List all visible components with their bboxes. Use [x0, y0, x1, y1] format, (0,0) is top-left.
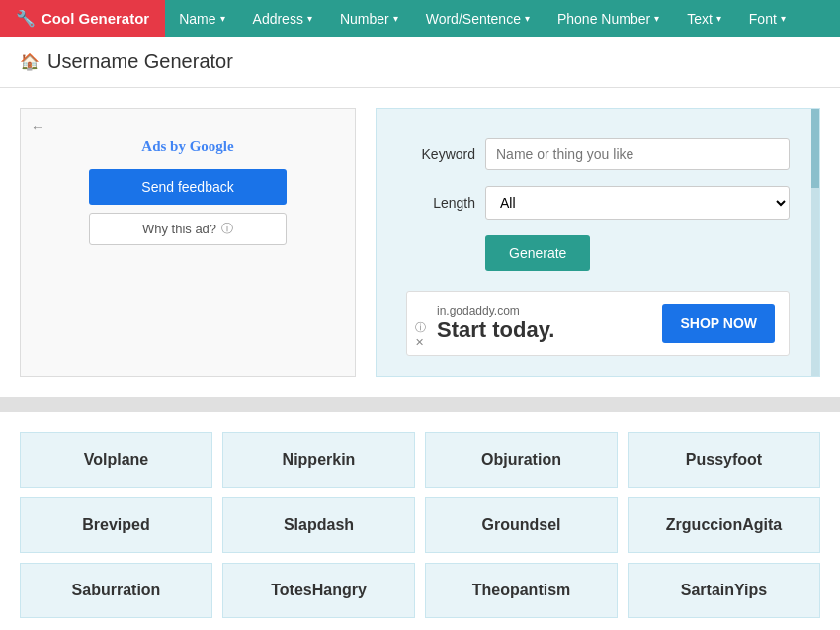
- result-item[interactable]: SartainYips: [628, 563, 820, 618]
- info-icon: ⓘ: [221, 221, 233, 237]
- nav-item-phone-number[interactable]: Phone Number ▾: [544, 0, 673, 37]
- keyword-input[interactable]: [485, 138, 790, 170]
- why-this-ad-label: Why this ad?: [142, 222, 216, 236]
- results-section: VolplaneNipperkinObjurationPussyfootBrev…: [0, 412, 840, 630]
- chevron-down-icon: ▾: [220, 13, 225, 24]
- result-item[interactable]: Volplane: [20, 432, 212, 488]
- chevron-down-icon: ▾: [716, 13, 721, 24]
- ad-info-icon[interactable]: ⓘ: [415, 321, 426, 334]
- why-this-ad-button[interactable]: Why this ad? ⓘ: [89, 213, 287, 245]
- nav-text-label: Text: [687, 11, 713, 27]
- ad-close-icon[interactable]: ✕: [415, 336, 426, 349]
- result-item[interactable]: Objuration: [425, 432, 618, 488]
- brand-label: Cool Generator: [42, 10, 149, 27]
- results-grid: VolplaneNipperkinObjurationPussyfootBrev…: [20, 432, 820, 618]
- google-text: Google: [190, 138, 234, 154]
- back-arrow[interactable]: ←: [31, 119, 44, 135]
- chevron-down-icon: ▾: [307, 13, 312, 24]
- result-item[interactable]: Breviped: [20, 497, 212, 553]
- length-row: Length All Short Medium Long: [406, 186, 790, 220]
- chevron-down-icon: ▾: [781, 13, 786, 24]
- ad-widget: ⓘ ✕ in.godaddy.com Start today. SHOP NOW: [406, 291, 790, 356]
- nav-item-text[interactable]: Text ▾: [673, 0, 735, 37]
- result-item[interactable]: ZrguccionAgita: [628, 497, 820, 553]
- wrench-icon: 🔧: [16, 9, 36, 28]
- nav-font-label: Font: [749, 11, 777, 27]
- nav-item-number[interactable]: Number ▾: [326, 0, 412, 37]
- length-select[interactable]: All Short Medium Long: [485, 186, 790, 220]
- ad-domain: in.godaddy.com: [437, 304, 554, 317]
- chevron-down-icon: ▾: [393, 13, 398, 24]
- ad-widget-text: in.godaddy.com Start today.: [437, 304, 554, 343]
- result-item[interactable]: Nipperkin: [222, 432, 415, 488]
- ad-panel: ← Ads by Google Send feedback Why this a…: [20, 108, 356, 377]
- result-item[interactable]: Pussyfoot: [628, 432, 820, 488]
- result-item[interactable]: Slapdash: [222, 497, 415, 553]
- nav-item-font[interactable]: Font ▾: [735, 0, 799, 37]
- nav-name-label: Name: [179, 11, 215, 27]
- keyword-row: Keyword: [406, 138, 790, 170]
- result-item[interactable]: Saburration: [20, 563, 212, 618]
- nav-phone-label: Phone Number: [557, 11, 650, 27]
- chevron-down-icon: ▾: [654, 13, 659, 24]
- ads-by-text: Ads by: [141, 138, 189, 154]
- result-item[interactable]: Groundsel: [425, 497, 618, 553]
- generate-row: Generate: [406, 235, 790, 271]
- ads-by-google-label: Ads by Google: [141, 138, 233, 155]
- ad-title: Start today.: [437, 317, 554, 343]
- shop-now-button[interactable]: SHOP NOW: [662, 304, 775, 343]
- nav-item-address[interactable]: Address ▾: [239, 0, 326, 37]
- nav-number-label: Number: [340, 11, 389, 27]
- nav-word-label: Word/Sentence: [426, 11, 521, 27]
- length-label: Length: [406, 195, 475, 211]
- home-icon: 🏠: [20, 52, 40, 71]
- main-nav: 🔧 Cool Generator Name ▾ Address ▾ Number…: [0, 0, 840, 37]
- send-feedback-button[interactable]: Send feedback: [89, 169, 287, 205]
- section-divider: [0, 397, 840, 412]
- brand-logo[interactable]: 🔧 Cool Generator: [0, 0, 165, 37]
- nav-item-word-sentence[interactable]: Word/Sentence ▾: [412, 0, 544, 37]
- result-item[interactable]: TotesHangry: [222, 563, 415, 618]
- page-header: 🏠 Username Generator: [0, 37, 840, 88]
- nav-address-label: Address: [253, 11, 303, 27]
- nav-item-name[interactable]: Name ▾: [165, 0, 238, 37]
- scroll-bar[interactable]: [811, 109, 819, 376]
- result-item[interactable]: Theopantism: [425, 563, 618, 618]
- generate-button[interactable]: Generate: [485, 235, 590, 271]
- page-title: Username Generator: [47, 50, 233, 73]
- chevron-down-icon: ▾: [525, 13, 530, 24]
- ad-widget-controls: ⓘ ✕: [415, 321, 426, 349]
- generator-panel: Keyword Length All Short Medium Long Gen…: [376, 108, 820, 377]
- keyword-label: Keyword: [406, 146, 475, 162]
- scroll-thumb: [811, 109, 819, 188]
- main-content: ← Ads by Google Send feedback Why this a…: [0, 88, 840, 397]
